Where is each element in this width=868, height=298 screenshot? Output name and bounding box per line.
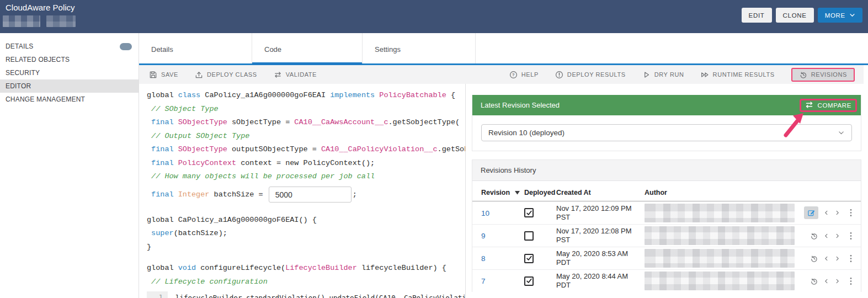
deployed-cell <box>524 276 556 286</box>
help-button[interactable]: ?HELP <box>509 71 539 79</box>
created-at-cell: May 20, 2020 8:44 AMPDT <box>556 272 645 290</box>
tab-label: Settings <box>375 45 401 54</box>
next-diff-button[interactable] <box>834 210 840 216</box>
author-cell <box>645 249 780 268</box>
prev-diff-button[interactable] <box>823 233 829 239</box>
code-token: CA10__CaPolicyViolation__c <box>321 145 438 153</box>
sidebar-item-security[interactable]: SECURITY <box>0 66 139 79</box>
code-token: .getSobjectType( <box>438 145 465 153</box>
revision-link[interactable]: 10 <box>481 209 489 217</box>
edit-revision-button[interactable] <box>804 206 818 219</box>
embedded-editor-line[interactable]: 1lifecycleBuilder.standardViolation().up… <box>147 291 465 298</box>
revision-link[interactable]: 9 <box>481 232 486 240</box>
code-token <box>147 190 151 199</box>
code-token: batchSize = <box>214 190 268 199</box>
line-number: 1 <box>147 291 168 298</box>
column-header-revision[interactable]: Revision <box>481 189 524 196</box>
row-menu-button[interactable] <box>850 277 852 285</box>
chevron-down-icon <box>838 129 845 136</box>
revisions-button[interactable]: REVISIONS <box>791 68 855 82</box>
code-token: CA10__CaAwsAccount__c <box>294 118 388 126</box>
revision-link[interactable]: 8 <box>481 254 486 263</box>
code-token: PolicyBatchable <box>379 91 451 99</box>
revision-dropdown[interactable]: Revision 10 (deployed) <box>481 124 852 141</box>
created-at-line1: Nov 17, 2020 12:09 PM <box>556 204 645 213</box>
sidebar-item-label: SECURITY <box>6 69 40 77</box>
code-line: final SObjectType outputSObjectType = CA… <box>147 143 465 157</box>
more-button[interactable]: MORE <box>818 8 862 23</box>
sidebar-item-related-objects[interactable]: RELATED OBJECTS <box>0 53 139 66</box>
restore-revision-button[interactable] <box>810 232 818 240</box>
tab-details[interactable]: Details <box>139 33 252 65</box>
toolbar-item-label: SAVE <box>161 71 178 78</box>
code-editor[interactable]: global class CaPolicy_a1A6g000000goF6EAI… <box>139 84 466 298</box>
revisions-table-header: RevisionDeployedCreated AtAuthor <box>472 181 861 201</box>
sidebar-item-label: DETAILS <box>6 42 34 50</box>
sidebar-item-editor[interactable]: EDITOR <box>0 79 139 93</box>
code-token: SObjectType <box>178 145 232 153</box>
runtime-results-button[interactable]: RUNTIME RESULTS <box>701 71 775 79</box>
code-token: ; <box>353 190 357 199</box>
deploy-class-button[interactable]: DEPLOY CLASS <box>195 71 257 79</box>
code-line: final PolicyContext context = new Policy… <box>147 157 465 171</box>
code-token: // Output SObject Type <box>147 132 249 140</box>
created-at-cell: May 20, 2020 8:53 AMPDT <box>556 249 645 267</box>
code-token: SObjectType <box>178 118 232 126</box>
row-menu-button[interactable] <box>850 232 852 240</box>
revision-link[interactable]: 7 <box>481 277 486 285</box>
next-diff-button[interactable] <box>834 233 840 239</box>
save-button[interactable]: SAVE <box>149 71 178 79</box>
restore-revision-button[interactable] <box>810 277 818 285</box>
deployed-checkbox[interactable] <box>524 276 534 286</box>
code-line: global CaPolicy_a1A6g000000goF6EAI() { <box>147 214 465 227</box>
row-menu-button[interactable] <box>850 209 852 217</box>
revisions-icon <box>799 71 807 79</box>
chevron-down-icon <box>849 12 855 18</box>
deployed-checkbox[interactable] <box>524 208 534 217</box>
next-diff-button[interactable] <box>834 278 840 284</box>
code-token: } <box>147 243 151 251</box>
dry-run-button[interactable]: DRY RUN <box>642 71 684 79</box>
row-menu-button[interactable] <box>850 254 852 263</box>
code-token: .getSobjectType( <box>388 118 460 126</box>
sidebar-item-change-management[interactable]: CHANGE MANAGEMENT <box>0 93 139 106</box>
code-token <box>147 229 151 237</box>
clone-button[interactable]: CLONE <box>776 8 814 23</box>
validate-button[interactable]: VALIDATE <box>274 71 317 79</box>
code-token <box>147 118 151 126</box>
deploy-results-button[interactable]: DEPLOY RESULTS <box>555 71 626 79</box>
code-token: void <box>178 264 201 272</box>
prev-diff-button[interactable] <box>823 256 829 262</box>
edit-button[interactable]: EDIT <box>742 8 772 23</box>
latest-revision-card: Latest Revision Selected <box>472 95 861 151</box>
code-line: } <box>147 241 465 254</box>
code-token: // Lifecycle configuration <box>147 278 268 286</box>
next-diff-button[interactable] <box>834 256 840 262</box>
code-token: final <box>151 118 178 126</box>
compare-label: COMPARE <box>818 102 852 109</box>
caret-down-icon <box>515 191 520 195</box>
code-token: // SObject Type <box>147 105 219 113</box>
code-token: configureLifecycle( <box>200 264 285 272</box>
revisions-pane: Latest Revision Selected <box>466 84 868 298</box>
tab-code[interactable]: Code <box>252 33 363 65</box>
deploy-class-icon <box>195 71 203 79</box>
row-actions <box>780 232 852 240</box>
button-label: EDIT <box>749 12 765 19</box>
deployed-checkbox[interactable] <box>524 254 534 263</box>
prev-diff-button[interactable] <box>823 278 829 284</box>
column-header-label: Revision <box>481 189 510 196</box>
compare-button[interactable]: COMPARE <box>805 102 852 109</box>
row-actions <box>780 206 852 219</box>
sidebar-item-details[interactable]: DETAILS <box>0 40 139 53</box>
prev-diff-button[interactable] <box>823 210 829 216</box>
sidebar: DETAILSRELATED OBJECTSSECURITYEDITORCHAN… <box>0 33 139 298</box>
tab-settings[interactable]: Settings <box>363 33 476 65</box>
page-title: CloudAware Policy <box>6 3 75 12</box>
tab-label: Code <box>264 45 281 54</box>
revision-cell: 9 <box>481 231 524 241</box>
tab-label: Details <box>151 45 173 54</box>
deployed-checkbox[interactable] <box>524 231 534 241</box>
restore-revision-button[interactable] <box>810 254 818 263</box>
batch-size-input[interactable] <box>269 187 352 203</box>
